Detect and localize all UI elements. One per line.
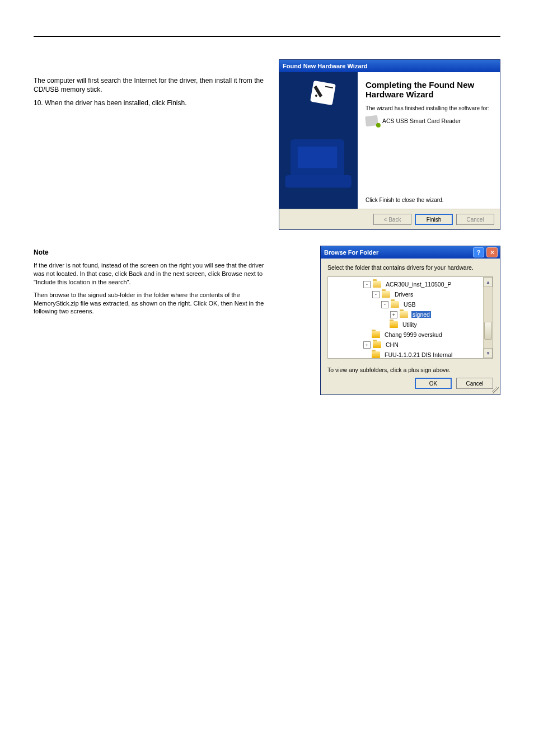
cancel-button: Cancel (456, 214, 494, 225)
folder-icon (373, 341, 381, 348)
wizard-closeline: Click Finish to close the wizard. (366, 197, 492, 203)
folder-icon (390, 321, 398, 328)
close-icon[interactable]: ✕ (486, 247, 498, 257)
collapse-icon[interactable]: - (363, 281, 371, 288)
note-title: Note (34, 248, 49, 256)
tree-row[interactable]: -Drivers (332, 289, 482, 299)
found-new-hardware-wizard: Found New Hardware Wizard (279, 59, 500, 230)
browse-for-folder-dialog: Browse For Folder ? ✕ Select the folder … (320, 246, 500, 395)
step10-text: The computer will first search the Inter… (34, 59, 265, 112)
tree-item-label: Drivers (394, 291, 414, 298)
svg-rect-4 (310, 81, 336, 105)
collapse-icon[interactable]: - (372, 291, 380, 298)
tree-item-label: signed (411, 311, 431, 318)
note-body-2: Then browse to the signed sub-folder in … (34, 291, 265, 316)
step10-action: When the driver has been installed, clic… (45, 99, 186, 107)
tree-item-label: Utility (401, 321, 418, 328)
tree-item-label: FUU-1.1.0.21 DIS Internal (383, 351, 453, 358)
tree-item-label: CHN (385, 341, 400, 348)
device-name: ACS USB Smart Card Reader (382, 118, 461, 124)
folder-tree[interactable]: -ACR30U_inst_110500_P-Drivers-USB+signed… (328, 277, 483, 358)
step10-intro: The computer will first search the Inter… (34, 76, 265, 94)
tree-row[interactable]: Chang 9999 overskud (332, 330, 482, 340)
browse-hint: To view any subfolders, click a plus sig… (327, 367, 493, 373)
help-icon[interactable]: ? (473, 247, 484, 257)
browse-title: Browse For Folder (324, 249, 471, 256)
tree-item-label: ACR30U_inst_110500_P (385, 281, 452, 288)
tree-row[interactable]: +signed (332, 309, 482, 320)
folder-icon (372, 351, 380, 358)
ok-button[interactable]: OK (415, 378, 452, 389)
wizard-title: Found New Hardware Wizard (283, 63, 367, 69)
finish-button[interactable]: Finish (415, 214, 453, 225)
tree-spacer (363, 352, 369, 358)
folder-icon (400, 311, 408, 318)
browse-message: Select the folder that contains drivers … (327, 264, 493, 271)
browse-titlebar[interactable]: Browse For Folder ? ✕ (321, 246, 500, 259)
resize-grip[interactable] (492, 387, 499, 393)
browse-cancel-button[interactable]: Cancel (456, 378, 493, 389)
folder-icon (382, 291, 390, 298)
tree-spacer (363, 332, 369, 338)
expand-icon[interactable]: + (363, 341, 371, 349)
scroll-down-icon[interactable]: ▼ (484, 348, 493, 358)
tree-item-label: USB (402, 301, 417, 308)
back-button: < Back (373, 214, 411, 225)
cardreader-icon (365, 115, 378, 126)
wizard-titlebar[interactable]: Found New Hardware Wizard (279, 60, 500, 72)
tree-row[interactable]: Utility (332, 320, 482, 330)
svg-rect-3 (285, 175, 351, 187)
scrollbar-thumb[interactable] (484, 322, 492, 340)
tree-scrollbar[interactable]: ▲ ▼ (483, 277, 493, 358)
tree-row[interactable]: +CHN (332, 340, 482, 350)
note-text: Note If the driver is not found, instead… (34, 246, 265, 320)
folder-icon (372, 331, 380, 338)
tree-row[interactable]: -USB (332, 299, 482, 309)
tree-row[interactable]: FUU-1.1.0.21 DIS Internal (332, 350, 482, 358)
wizard-subheading: The wizard has finished installing the s… (366, 105, 492, 111)
tree-item-label: Chang 9999 overskud (383, 331, 443, 338)
folder-icon (391, 301, 399, 308)
wizard-banner (279, 72, 358, 209)
step10-number: 10. (34, 99, 43, 107)
expand-icon[interactable]: + (390, 311, 397, 318)
note-body-1: If the driver is not found, instead of t… (34, 261, 265, 287)
svg-rect-2 (298, 147, 337, 168)
collapse-icon[interactable]: - (381, 301, 388, 308)
tree-row[interactable]: -ACR30U_inst_110500_P (332, 279, 482, 289)
folder-icon (373, 281, 381, 288)
scroll-up-icon[interactable]: ▲ (484, 277, 493, 287)
tree-spacer (381, 322, 387, 328)
wizard-heading: Completing the Found New Hardware Wizard (366, 80, 492, 100)
